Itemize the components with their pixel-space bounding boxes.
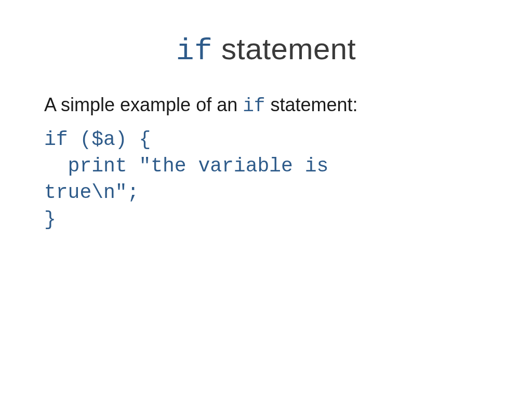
code-line-2: print "the variable is bbox=[44, 155, 328, 177]
intro-text: A simple example of an if statement: bbox=[44, 93, 488, 119]
code-line-3: true\n"; bbox=[44, 181, 139, 204]
intro-prefix: A simple example of an bbox=[44, 94, 243, 115]
title-keyword: if bbox=[176, 34, 213, 68]
intro-suffix: statement: bbox=[265, 94, 357, 115]
slide-title: if statement bbox=[44, 31, 488, 68]
intro-keyword: if bbox=[243, 96, 265, 117]
code-line-1: if ($a) { bbox=[44, 128, 151, 151]
code-line-4: } bbox=[44, 208, 56, 231]
slide-container: if statement A simple example of an if s… bbox=[0, 0, 532, 233]
code-example: if ($a) { print "the variable is true\n"… bbox=[44, 126, 488, 233]
title-rest: statement bbox=[212, 32, 356, 65]
